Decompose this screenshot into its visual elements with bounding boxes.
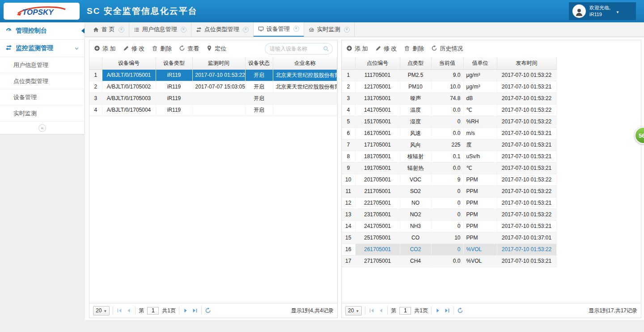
device-table-row[interactable]: 4A/BJLT/0/1705004iR119开启 [89,104,337,116]
device-panel: 添 加 修 改 删除 查看 定位 [89,40,338,318]
tab-bar: 首 页用户信息管理点位类型管理设备管理实时监测 [85,22,644,37]
delete-button[interactable]: 删除 [404,45,424,53]
monitor-table-row[interactable]: 9191705001辐射热0.0℃2017-07-10 01:53:21 [342,162,556,174]
next-page-button[interactable] [435,307,441,314]
tab-close-icon[interactable] [243,27,249,33]
monitor-table-row[interactable]: 12221705001NO0PPM2017-07-10 01:53:21 [342,197,556,209]
search-icon[interactable] [323,46,329,52]
monitor-table-row[interactable]: 10201705001VOC9PPM2017-07-10 01:53:22 [342,174,556,185]
device-table-row[interactable]: 3A/BJLT/0/1705003iR119开启 [89,92,337,104]
monitor-table-row[interactable]: 7171705001风向225度2017-07-10 01:53:21 [342,139,556,151]
device-table-row[interactable]: 2A/BJLT/0/1705002iR1192017-07-07 15:03:0… [89,81,337,92]
monitor-cell: 221705001 [355,197,400,209]
tab-close-icon[interactable] [181,27,186,33]
monitor-cell: 2017-07-10 01:53:22 [497,174,556,185]
caret-down-icon [356,307,359,314]
monitor-table-row[interactable]: 4141705001温度0.0℃2017-07-10 01:53:22 [342,104,556,116]
view-button[interactable]: 查看 [179,45,199,53]
refresh-button[interactable] [457,307,463,314]
header-cell[interactable]: 值单位 [463,57,497,69]
monitor-cell: 0 [431,220,463,232]
header-cell[interactable]: 企业名称 [273,57,337,69]
collapse-sidebar-button[interactable]: « [38,124,46,132]
monitor-cell: 0 [431,209,463,220]
header-cell[interactable]: 发布时间 [497,57,556,69]
page-number-input[interactable] [399,307,411,315]
monitor-table-row[interactable]: 14241705001NH30PPM2017-07-10 01:53:21 [342,220,556,232]
header-cell[interactable]: 当前值 [431,57,463,69]
divider [113,307,113,315]
user-menu[interactable]: 欢迎光临, iR119 [569,2,636,20]
caret-down-icon [103,307,107,314]
prev-page-button[interactable] [378,307,384,314]
header-cell[interactable]: 设备类型 [156,57,192,69]
device-cell: 开启 [245,92,273,104]
page-size-select[interactable]: 20 [345,306,362,315]
monitor-cell: 0.0 [431,162,463,174]
device-table-row[interactable]: 1A/BJLT/0/1705001iR1192017-07-10 01:53:2… [89,69,337,81]
tab-point-type[interactable]: 点位类型管理 [191,22,254,37]
monitor-table-row[interactable]: 13231705001NO20PPM2017-07-10 01:53:22 [342,209,556,220]
monitor-cell: 141705001 [355,104,400,116]
button-label: 修 改 [384,45,397,53]
header-cell[interactable]: 设备编号 [102,57,156,69]
header-cell[interactable]: 点位编号 [355,57,400,69]
add-button[interactable]: 添 加 [346,45,368,53]
header-cell[interactable]: 设备状态 [245,57,273,69]
monitor-table-row[interactable]: 11211705001SO20PPM2017-07-10 01:53:22 [342,185,556,197]
monitor-table-row[interactable]: 2121705001PM1010.0μg/m³2017-07-10 01:53:… [342,81,556,92]
last-page-button[interactable] [192,307,198,314]
edit-button[interactable]: 修 改 [375,45,397,53]
monitor-table-row[interactable]: 8181705001核辐射0.1uSv/h2017-07-10 01:53:21 [342,151,556,162]
device-table: 设备编号 设备类型 监测时间 设备状态 企业名称 1A/BJLT/0/17050… [89,57,337,116]
monitor-table-row[interactable]: 6161705001风速0.0m/s2017-07-10 01:53:21 [342,127,556,139]
tab-close-icon[interactable] [344,27,350,33]
page-size-select[interactable]: 20 [93,306,110,315]
monitor-table-row[interactable]: 16261705001CO20%VOL2017-07-10 01:53:22 [342,244,556,255]
prev-page-button[interactable] [126,307,132,314]
locate-button[interactable]: 定位 [206,45,226,53]
row-number: 6 [342,127,355,139]
monitor-cell: %VOL [463,244,497,255]
tab-device[interactable]: 设备管理 [254,22,304,37]
list-icon [134,27,140,33]
history-button[interactable]: 历史情况 [431,45,463,53]
header-cell-index[interactable] [89,57,102,69]
monitor-table-row[interactable]: 3131705001噪声74.8dB2017-07-10 01:53:22 [342,92,556,104]
header-cell[interactable]: 监测时间 [192,57,245,69]
tab-realtime[interactable]: 实时监测 [304,22,355,37]
first-page-button[interactable] [116,307,123,314]
sidebar-section-monitoring[interactable]: 监控监测管理 [0,40,85,57]
sidebar-collapse-row: « [0,122,85,134]
tab-user-info[interactable]: 用户信息管理 [129,22,191,37]
device-cell [192,92,245,104]
device-icon [258,26,264,32]
monitor-table-row[interactable]: 15251705001CO10PPM2017-07-10 01:37:01 [342,232,556,244]
delete-button[interactable]: 删除 [152,45,172,53]
sidebar-item-user-info[interactable]: 用户信息管理 [0,57,85,73]
page-number-input[interactable] [147,307,159,315]
tab-close-icon[interactable] [293,26,299,32]
sidebar-item-device[interactable]: 设备管理 [0,89,85,105]
sidebar-item-point-type[interactable]: 点位类型管理 [0,73,85,89]
tab-home[interactable]: 首 页 [89,22,129,37]
header-cell[interactable]: 点类型 [400,57,431,69]
app-header: TOPSKY SC 安全监管信息化云平台 欢迎光临, iR119 [0,0,644,22]
edit-button[interactable]: 修 改 [123,45,145,53]
monitor-table-row[interactable]: 5151705001湿度0%RH2017-07-10 01:53:22 [342,116,556,127]
next-page-button[interactable] [182,307,189,314]
monitor-table-row[interactable]: 1111705001PM2.59.0μg/m³2017-07-10 01:53:… [342,69,556,81]
sidebar-section-console[interactable]: 管理控制台 [0,22,85,40]
monitor-table-row[interactable]: 17271705001CH40.0%VOL2017-07-10 01:53:21 [342,255,556,267]
refresh-button[interactable] [205,307,211,314]
first-page-button[interactable] [369,307,375,314]
monitor-cell: 湿度 [400,116,431,127]
add-button[interactable]: 添 加 [94,45,116,53]
sidebar-item-realtime[interactable]: 实时监测 [0,105,85,122]
device-table-area: 设备编号 设备类型 监测时间 设备状态 企业名称 1A/BJLT/0/17050… [89,57,337,303]
row-number: 16 [342,244,355,255]
tab-close-icon[interactable] [119,27,124,33]
monitor-cell: uSv/h [463,151,497,162]
last-page-button[interactable] [444,307,450,314]
header-cell-index[interactable] [342,57,355,69]
